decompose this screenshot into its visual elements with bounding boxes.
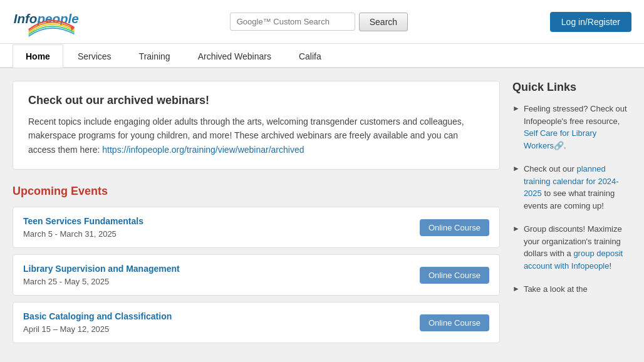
svg-text:Info: Info <box>14 11 38 26</box>
tab-training[interactable]: Training <box>126 44 184 68</box>
login-register-button[interactable]: Log in/Register <box>550 12 631 32</box>
online-course-badge: Online Course <box>420 219 489 236</box>
navigation: Home Services Training Archived Webinars… <box>0 44 644 68</box>
tab-services[interactable]: Services <box>65 44 125 68</box>
chevron-right-icon: ► <box>512 164 520 173</box>
training-calendar-link[interactable]: planned training calendar for 2024-2025 <box>524 164 619 198</box>
event-name-link[interactable]: Basic Cataloging and Classification <box>23 311 420 321</box>
event-date: March 5 - March 31, 2025 <box>23 229 117 239</box>
upcoming-events-section: Upcoming Events Teen Services Fundamenta… <box>13 185 500 343</box>
event-card: Teen Services Fundamentals March 5 - Mar… <box>13 207 500 248</box>
search-button[interactable]: Search <box>359 13 408 31</box>
webinar-description: Recent topics include engaging older adu… <box>28 115 484 157</box>
content-area: Check out our archived webinars! Recent … <box>13 81 500 349</box>
sidebar: Quick Links ► Feeling stressed? Check ou… <box>512 81 631 349</box>
quick-link-text: Group discounts! Maximize your organizat… <box>524 223 631 272</box>
event-info: Library Supervision and Management March… <box>23 264 420 286</box>
online-course-badge: Online Course <box>420 267 489 284</box>
quick-link-text: Feeling stressed? Check out Infopeople's… <box>524 103 631 152</box>
chevron-right-icon: ► <box>512 104 520 113</box>
online-course-badge: Online Course <box>420 314 489 331</box>
event-name-link[interactable]: Library Supervision and Management <box>23 264 420 274</box>
search-input[interactable] <box>230 13 355 31</box>
self-care-link[interactable]: Self Care for Library Workers <box>524 128 596 150</box>
event-date: March 25 - May 5, 2025 <box>23 277 109 286</box>
webinar-title: Check out our archived webinars! <box>28 94 484 107</box>
quick-link-item: ► Take a look at the <box>512 283 631 296</box>
logo: Info people <box>13 6 88 38</box>
search-area: Search <box>230 13 408 31</box>
quick-link-text: Take a look at the <box>524 283 588 296</box>
quick-link-text: Check out our planned training calendar … <box>524 163 631 212</box>
quick-link-item: ► Group discounts! Maximize your organiz… <box>512 223 631 272</box>
webinar-announcement: Check out our archived webinars! Recent … <box>13 81 500 170</box>
chevron-right-icon: ► <box>512 284 520 293</box>
upcoming-events-title: Upcoming Events <box>13 185 500 198</box>
event-name-link[interactable]: Teen Services Fundamentals <box>23 216 420 226</box>
tab-califa[interactable]: Califa <box>286 44 335 68</box>
webinar-link[interactable]: https://infopeople.org/training/view/web… <box>102 145 304 155</box>
chevron-right-icon: ► <box>512 224 520 233</box>
event-info: Basic Cataloging and Classification Apri… <box>23 311 420 334</box>
quick-link-item: ► Feeling stressed? Check out Infopeople… <box>512 103 631 152</box>
event-card: Basic Cataloging and Classification Apri… <box>13 302 500 343</box>
header: Info people Search Log in/Register <box>0 0 644 44</box>
main-content: Check out our archived webinars! Recent … <box>0 68 644 362</box>
tab-archived-webinars[interactable]: Archived Webinars <box>185 44 284 68</box>
event-date: April 15 – May 12, 2025 <box>23 324 109 334</box>
group-deposit-link[interactable]: group deposit account with Infopeople <box>524 249 623 271</box>
quick-links-title: Quick Links <box>512 81 631 94</box>
tab-home[interactable]: Home <box>13 44 63 68</box>
event-info: Teen Services Fundamentals March 5 - Mar… <box>23 216 420 239</box>
logo-svg: Info people <box>13 6 88 38</box>
quick-link-item: ► Check out our planned training calenda… <box>512 163 631 212</box>
event-card: Library Supervision and Management March… <box>13 254 500 296</box>
